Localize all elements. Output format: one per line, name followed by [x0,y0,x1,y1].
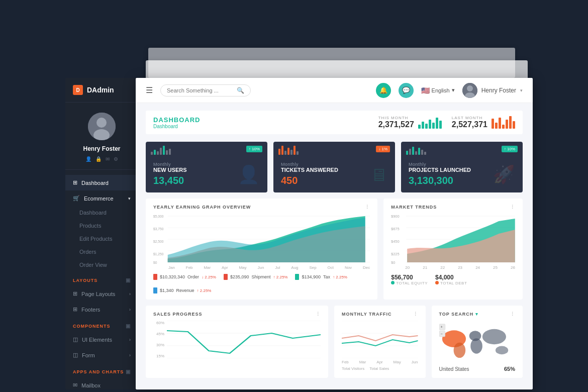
x-label: 24 [475,265,480,270]
bar [422,122,424,129]
sidebar-item-page-layouts[interactable]: ⊞ Page Layouts › [65,286,138,302]
sidebar-subitem-order-view[interactable]: Order View [65,258,138,271]
mini-bar [281,146,283,155]
top-search-dropdown[interactable]: ▾ [475,312,478,317]
legend-label: Revenue [176,288,194,293]
mini-bar [151,152,153,155]
sidebar-item-footers[interactable]: ⊞ Footers › [65,302,138,317]
x-label: Sep [309,265,316,270]
equity-dot [391,281,395,284]
mini-bar [169,149,171,155]
user-dropdown-icon: ▾ [520,88,523,93]
chevron-right-icon: › [129,307,131,312]
chart-title-text: MONTHLY TRAFFIC [342,312,392,317]
x-label: 22 [440,265,445,270]
metric-card-projects: ↑ 10% Monthly PROJECTS LAUNCHED 3,130,30… [401,142,523,192]
mini-bar [157,151,159,155]
chart-title: SALES PROGRESS ⋮ [153,312,321,317]
country-stat: United States 65% [439,366,516,372]
svg-text:$450: $450 [391,239,400,244]
notification-button[interactable]: 🔔 [376,83,391,98]
x-label: Jun [257,265,264,270]
sidebar-item-ecommerce[interactable]: 🛒 Ecommerce ▾ [65,190,138,206]
bar [436,118,438,129]
this-month-chart [418,116,442,129]
mini-bar [287,148,289,155]
flag-icon: 🇺🇸 [421,86,430,94]
legend-change: ↑ 2.25% [197,288,212,293]
mailbox-icon: ✉ [73,382,77,388]
market-trends-card: MARKET TRENDS ⋮ $900 $675 $450 $225 $0 [383,199,523,300]
section-apps-charts: APPS AND CHARTS ▣ [65,363,138,377]
dashboard-icon: ⊞ [73,179,77,186]
debt-dot [435,281,439,284]
metric-badge: ↑ 10% [502,146,518,152]
search-input[interactable] [167,87,237,93]
search-box[interactable]: 🔍 [160,84,251,96]
chart-title: MARKET TRENDS ⋮ [391,205,515,210]
sidebar-subitem-dashboard[interactable]: Dashboard [65,206,138,219]
last-month-stat: LAST MONTH 2,527,371 [452,116,515,129]
section-label-text: APPS AND CHARTS [73,369,124,374]
section-components: COMPONENTS ▣ [65,317,138,332]
sidebar-item-ui-elements[interactable]: ◫ UI Elements › [65,332,138,347]
legend-tax: $134,900 Tax ↑ 2.25% [295,274,347,280]
chart-menu-icon[interactable]: ⋮ [316,312,321,317]
chart-menu-icon[interactable]: ⋮ [510,312,515,317]
footers-icon: ⊞ [73,306,77,313]
x-label: 23 [458,265,462,270]
svg-text:$0: $0 [391,260,395,264]
x-label: 26 [511,265,515,270]
svg-text:+: + [440,325,443,329]
profile-lock-icon[interactable]: 🔒 [95,156,102,162]
traffic-legend: Total Visitors Total Sales [342,366,418,371]
chart-menu-icon[interactable]: ⋮ [365,205,370,210]
legend-label: Shipment [252,274,271,279]
world-map: + − [439,321,516,363]
profile-user-icon[interactable]: 👤 [85,156,91,162]
profile-mail-icon[interactable]: ✉ [106,156,110,162]
sidebar-navigation: ⊞ Dashboard 🛒 Ecommerce ▾ Dashboard Prod… [65,170,138,389]
search-icon[interactable]: 🔍 [237,87,244,94]
metric-card-new-users: ↑ 10% Monthly NEW USERS 13,450 👤 [146,142,267,192]
traffic-chart [342,321,418,358]
topbar-right: 🔔 💬 🇺🇸 English ▾ Henry Foster ▾ [376,83,523,98]
chart-menu-icon[interactable]: ⋮ [413,312,418,317]
main-panel: ☰ 🔍 🔔 💬 🇺🇸 English ▾ He [136,78,533,389]
mini-bar [415,151,417,155]
messages-button[interactable]: 💬 [399,83,414,98]
y-axis: 60% 45% 30% 15% [153,321,164,358]
legend-change: ↓ 2.25% [202,275,216,279]
y-label: 45% [153,332,164,336]
chevron-right-icon: › [129,337,131,342]
lang-dropdown-icon: ▾ [452,87,455,93]
total-debt-stat: $4,000 TOTAL DEBT [435,274,467,285]
sidebar-item-label: Ecommerce [84,195,114,202]
chart-menu-icon[interactable]: ⋮ [510,205,515,210]
language-selector[interactable]: 🇺🇸 English ▾ [421,86,455,94]
breadcrumb: Dashboard [153,124,201,129]
sidebar-profile: Henry Foster 👤 🔒 ✉ ⚙ [65,103,138,170]
chart-title-text: YEARLY EARNING GRAPH OVERVIEW [153,205,251,210]
bar [506,120,508,129]
menu-toggle-button[interactable]: ☰ [146,85,153,95]
x-label: Jan [168,265,175,270]
user-menu[interactable]: Henry Foster ▾ [462,83,523,98]
mini-bar [154,150,156,155]
sidebar-subitem-products[interactable]: Products [65,219,138,232]
metric-cards: ↑ 10% Monthly NEW USERS 13,450 👤 ↓ 1% [146,142,523,192]
section-icon: ▣ [126,277,131,283]
section-label-text: LAYOUTS [73,278,97,283]
debt-label: TOTAL DEBT [435,281,467,285]
sidebar-item-form[interactable]: ◫ Form › [65,347,138,363]
sidebar-item-mailbox[interactable]: ✉ Mailbox [65,377,138,389]
profile-settings-icon[interactable]: ⚙ [114,156,118,162]
chart-title: YEARLY EARNING GRAPH OVERVIEW ⋮ [153,205,370,210]
sidebar-item-dashboard[interactable]: ⊞ Dashboard [65,175,138,190]
chart-title-text: MARKET TRENDS [391,205,437,210]
bar [429,120,431,129]
sidebar-subitem-orders[interactable]: Orders [65,245,138,258]
bar [495,123,498,129]
mini-bar [160,148,162,155]
sidebar-subitem-edit-products[interactable]: Edit Products [65,232,138,245]
